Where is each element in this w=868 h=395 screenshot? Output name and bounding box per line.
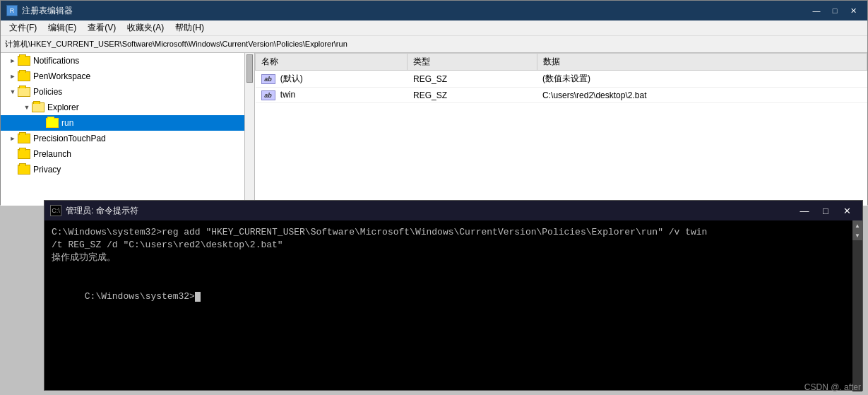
regedit-close-button[interactable]: ✕	[845, 4, 862, 17]
folder-icon-prelaunch	[18, 149, 30, 159]
tree-item-explorer[interactable]: Explorer	[1, 100, 254, 115]
col-name: 名称	[256, 54, 408, 71]
tree-label-run: run	[61, 118, 73, 128]
folder-icon-run	[46, 118, 59, 128]
regedit-icon: R	[6, 5, 18, 16]
expand-arrow-prelaunch	[8, 149, 18, 159]
tree-label-policies: Policies	[33, 87, 62, 97]
table-row[interactable]: ab twin REG_SZ C:\users\red2\desktop\2.b…	[256, 88, 867, 103]
expand-arrow-explorer	[22, 102, 32, 112]
reg-data-twin: C:\users\red2\desktop\2.bat	[537, 88, 867, 103]
tree-label-notifications: Notifications	[33, 56, 79, 66]
expand-arrow-privacy	[8, 165, 18, 175]
cmd-icon: C:\	[50, 205, 61, 216]
regedit-window-controls: — □ ✕	[808, 4, 862, 17]
tree-scrollbar[interactable]	[244, 53, 254, 206]
tree-label-precisiontouchpad: PrecisionTouchPad	[33, 134, 106, 143]
tree-item-prelaunch[interactable]: Prelaunch	[1, 146, 254, 162]
cmd-line-blank	[52, 265, 855, 278]
registry-table: 名称 类型 数据 ab (默认) REG_SZ (数值未设置)	[255, 53, 867, 103]
cmd-content[interactable]: C:\Windows\system32>reg add "HKEY_CURREN…	[44, 220, 862, 377]
registry-panel: 名称 类型 数据 ab (默认) REG_SZ (数值未设置)	[255, 53, 867, 206]
reg-type-default: REG_SZ	[408, 71, 537, 88]
cmd-window: C:\ 管理员: 命令提示符 — □ ✕ C:\Windows\system32…	[44, 200, 863, 391]
regedit-title-bar: R 注册表编辑器 — □ ✕	[1, 1, 867, 20]
main-content: Notifications PenWorkspace Policies Expl…	[1, 53, 867, 206]
reg-name-default: ab (默认)	[256, 71, 408, 88]
expand-arrow-penworkspace	[8, 71, 18, 81]
folder-icon-privacy	[18, 165, 30, 175]
menu-file[interactable]: 文件(F)	[4, 20, 42, 35]
cmd-line-2: /t REG_SZ /d "C:\users\red2\desktop\2.ba…	[52, 239, 855, 252]
cmd-cursor	[195, 292, 201, 302]
tree-item-notifications[interactable]: Notifications	[1, 53, 254, 69]
cmd-close-button[interactable]: ✕	[837, 204, 857, 217]
tree-label-penworkspace: PenWorkspace	[33, 71, 90, 81]
reg-type-icon-default: ab	[261, 74, 275, 84]
col-data: 数据	[537, 54, 867, 71]
cmd-scroll-up[interactable]: ▲	[852, 220, 862, 230]
cmd-line-3: 操作成功完成。	[52, 252, 855, 264]
cmd-title-bar: C:\ 管理员: 命令提示符 — □ ✕	[44, 201, 862, 220]
menu-edit[interactable]: 编辑(E)	[42, 20, 82, 35]
reg-data-default: (数值未设置)	[537, 71, 867, 88]
tree-item-penworkspace[interactable]: PenWorkspace	[1, 69, 254, 84]
regedit-window: R 注册表编辑器 — □ ✕ 文件(F) 编辑(E) 查看(V) 收藏夹(A) …	[0, 0, 868, 205]
tree-item-privacy[interactable]: Privacy	[1, 162, 254, 177]
address-path: 计算机\HKEY_CURRENT_USER\Software\Microsoft…	[5, 39, 347, 49]
tree-item-policies[interactable]: Policies	[1, 84, 254, 100]
menu-favorites[interactable]: 收藏夹(A)	[121, 20, 170, 35]
tree-label-explorer: Explorer	[47, 102, 79, 112]
cmd-scrollbar[interactable]: ▲ ▼	[852, 220, 862, 391]
watermark: CSDN @. after	[804, 382, 861, 392]
cmd-scroll-down[interactable]: ▼	[852, 230, 862, 240]
expand-arrow-run	[36, 118, 46, 128]
regedit-title: 注册表编辑器	[22, 5, 73, 17]
expand-arrow-policies	[8, 87, 18, 97]
tree-item-precisiontouchpad[interactable]: PrecisionTouchPad	[1, 131, 254, 146]
tree-label-prelaunch: Prelaunch	[33, 149, 71, 159]
cmd-prompt-text: C:\Windows\system32>	[85, 291, 195, 302]
folder-icon-notifications	[18, 56, 30, 66]
cmd-line-prompt: C:\Windows\system32>	[52, 278, 855, 317]
expand-arrow-precisiontouchpad	[8, 134, 18, 143]
regedit-menu-bar: 文件(F) 编辑(E) 查看(V) 收藏夹(A) 帮助(H)	[1, 20, 867, 36]
cmd-title: 管理员: 命令提示符	[66, 205, 138, 217]
tree-scroll-thumb[interactable]	[246, 54, 253, 83]
cmd-minimize-button[interactable]: —	[795, 204, 814, 217]
menu-help[interactable]: 帮助(H)	[170, 20, 210, 35]
expand-arrow-notifications	[8, 56, 18, 66]
cmd-window-controls: — □ ✕	[795, 204, 857, 217]
tree-item-run[interactable]: run	[1, 115, 254, 131]
reg-type-twin: REG_SZ	[408, 88, 537, 103]
folder-icon-policies	[18, 87, 30, 97]
regedit-minimize-button[interactable]: —	[808, 4, 825, 17]
reg-type-icon-twin: ab	[261, 90, 275, 100]
address-bar: 计算机\HKEY_CURRENT_USER\Software\Microsoft…	[1, 36, 867, 53]
cmd-line-1: C:\Windows\system32>reg add "HKEY_CURREN…	[52, 226, 855, 239]
reg-name-twin: ab twin	[256, 88, 408, 103]
folder-icon-penworkspace	[18, 71, 30, 81]
cmd-restore-button[interactable]: □	[816, 204, 836, 217]
table-row[interactable]: ab (默认) REG_SZ (数值未设置)	[256, 71, 867, 88]
menu-view[interactable]: 查看(V)	[82, 20, 121, 35]
col-type: 类型	[408, 54, 537, 71]
tree-panel: Notifications PenWorkspace Policies Expl…	[1, 53, 255, 206]
folder-icon-precisiontouchpad	[18, 134, 30, 143]
folder-icon-explorer	[32, 102, 44, 112]
regedit-maximize-button[interactable]: □	[826, 4, 843, 17]
tree-label-privacy: Privacy	[33, 165, 61, 175]
